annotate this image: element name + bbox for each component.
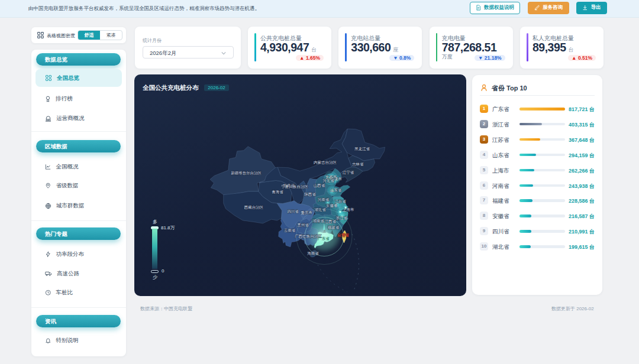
svg-text:云南省: 云南省 [284, 228, 296, 233]
svg-text:西藏自治区: 西藏自治区 [244, 205, 264, 210]
svg-text:台湾省: 台湾省 [337, 233, 349, 238]
svg-text:吉林省: 吉林省 [352, 162, 364, 167]
svg-text:湖北省: 湖北省 [314, 207, 326, 212]
svg-text:湖南省: 湖南省 [312, 219, 324, 223]
svg-text:青海省: 青海省 [272, 190, 283, 194]
svg-text:河北省: 河北省 [322, 178, 334, 183]
svg-text:四川省: 四川省 [287, 209, 299, 214]
svg-text:山东省: 山东省 [330, 188, 342, 193]
svg-text:江西省: 江西省 [324, 219, 336, 224]
svg-text:内蒙古自治区: 内蒙古自治区 [314, 160, 337, 165]
svg-text:黑龙江省: 黑龙江省 [354, 147, 370, 151]
svg-text:安徽省: 安徽省 [326, 203, 338, 208]
svg-text:辽宁省: 辽宁省 [343, 170, 354, 175]
svg-text:福建省: 福建省 [328, 225, 340, 230]
svg-text:重庆市: 重庆市 [301, 210, 312, 214]
svg-text:贵州省: 贵州省 [297, 223, 309, 228]
svg-text:宁夏回族自治区: 宁夏回族自治区 [281, 184, 308, 189]
svg-text:河南省: 河南省 [318, 197, 330, 202]
svg-text:陕西省: 陕西省 [304, 192, 316, 197]
svg-text:上海市: 上海市 [343, 207, 354, 212]
svg-text:海南省: 海南省 [307, 251, 319, 256]
svg-text:新疆维吾尔自治区: 新疆维吾尔自治区 [231, 171, 262, 176]
svg-text:山西省: 山西省 [314, 183, 325, 188]
svg-text:广东省: 广东省 [318, 236, 330, 241]
svg-text:浙江省: 浙江省 [335, 216, 347, 220]
